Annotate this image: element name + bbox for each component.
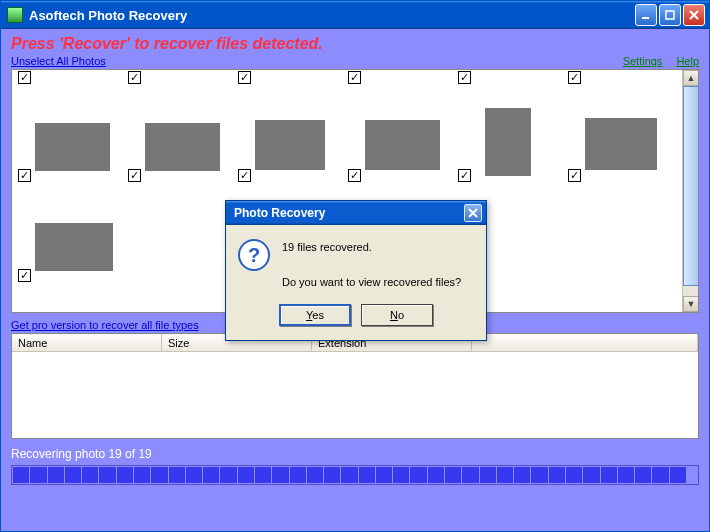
- scroll-up-button[interactable]: ▲: [683, 70, 699, 86]
- scroll-down-button[interactable]: ▼: [683, 296, 699, 312]
- thumb-checkbox[interactable]: ✓: [18, 71, 31, 84]
- thumb-checkbox[interactable]: ✓: [18, 169, 31, 182]
- dialog-line1: 19 files recovered.: [282, 239, 461, 257]
- photo-image: [35, 123, 110, 171]
- thumb-checkbox[interactable]: ✓: [128, 169, 141, 182]
- thumb-checkbox[interactable]: ✓: [238, 71, 251, 84]
- thumbnail[interactable]: ✓: [237, 88, 342, 183]
- col-name[interactable]: Name: [12, 334, 162, 351]
- window-title: Asoftech Photo Recovery: [29, 8, 633, 23]
- unselect-all-link[interactable]: Unselect All Photos: [11, 55, 106, 67]
- photo-image: [255, 120, 325, 170]
- photo-image: [585, 118, 657, 170]
- thumb-checkbox[interactable]: ✓: [18, 269, 31, 282]
- thumb-checkbox[interactable]: ✓: [568, 169, 581, 182]
- dialog-title: Photo Recovery: [234, 206, 464, 220]
- photo-image: [35, 223, 113, 271]
- status-text: Recovering photo 19 of 19: [11, 447, 699, 461]
- svg-rect-1: [666, 11, 674, 19]
- no-button[interactable]: No: [361, 304, 433, 326]
- top-links: Unselect All Photos Settings Help: [11, 55, 699, 67]
- settings-link[interactable]: Settings: [623, 55, 663, 67]
- dialog-line2: Do you want to view recovered files?: [282, 274, 461, 292]
- minimize-button[interactable]: [635, 4, 657, 26]
- instruction-text: Press 'Recover' to recover files detecte…: [11, 35, 699, 53]
- thumbnail[interactable]: ✓: [457, 88, 562, 183]
- maximize-button[interactable]: [659, 4, 681, 26]
- dialog-text: 19 files recovered. Do you want to view …: [282, 239, 461, 292]
- close-button[interactable]: [683, 4, 705, 26]
- thumbnail[interactable]: ✓: [17, 88, 122, 183]
- thumb-checkbox[interactable]: ✓: [128, 71, 141, 84]
- thumb-checkbox[interactable]: ✓: [348, 169, 361, 182]
- grid-body: [12, 352, 698, 438]
- photo-image: [145, 123, 220, 171]
- yes-button[interactable]: Yes: [279, 304, 351, 326]
- thumb-checkbox[interactable]: ✓: [238, 169, 251, 182]
- svg-rect-0: [642, 17, 649, 19]
- photo-image: [485, 108, 531, 176]
- thumbnail[interactable]: ✓: [347, 88, 452, 183]
- help-link[interactable]: Help: [676, 55, 699, 67]
- question-icon: ?: [238, 239, 270, 271]
- photo-image: [365, 120, 440, 170]
- thumb-scrollbar[interactable]: ▲ ▼: [682, 70, 698, 312]
- thumb-checkbox[interactable]: ✓: [568, 71, 581, 84]
- app-icon: [7, 7, 23, 23]
- thumb-checkbox[interactable]: ✓: [458, 169, 471, 182]
- file-grid: Name Size Extension: [11, 333, 699, 439]
- titlebar: Asoftech Photo Recovery: [1, 1, 709, 29]
- thumbnail[interactable]: ✓: [127, 88, 232, 183]
- dialog-titlebar: Photo Recovery: [226, 201, 486, 225]
- dialog-close-button[interactable]: [464, 204, 482, 222]
- recovery-dialog: Photo Recovery ? 19 files recovered. Do …: [225, 200, 487, 341]
- thumb-checkbox[interactable]: ✓: [348, 71, 361, 84]
- scroll-thumb[interactable]: [683, 86, 699, 286]
- col-spare: [472, 334, 698, 351]
- thumbnail[interactable]: ✓: [567, 88, 672, 183]
- thumb-checkbox[interactable]: ✓: [458, 71, 471, 84]
- progress-bar: [11, 465, 699, 485]
- thumbnail[interactable]: ✓: [17, 188, 122, 283]
